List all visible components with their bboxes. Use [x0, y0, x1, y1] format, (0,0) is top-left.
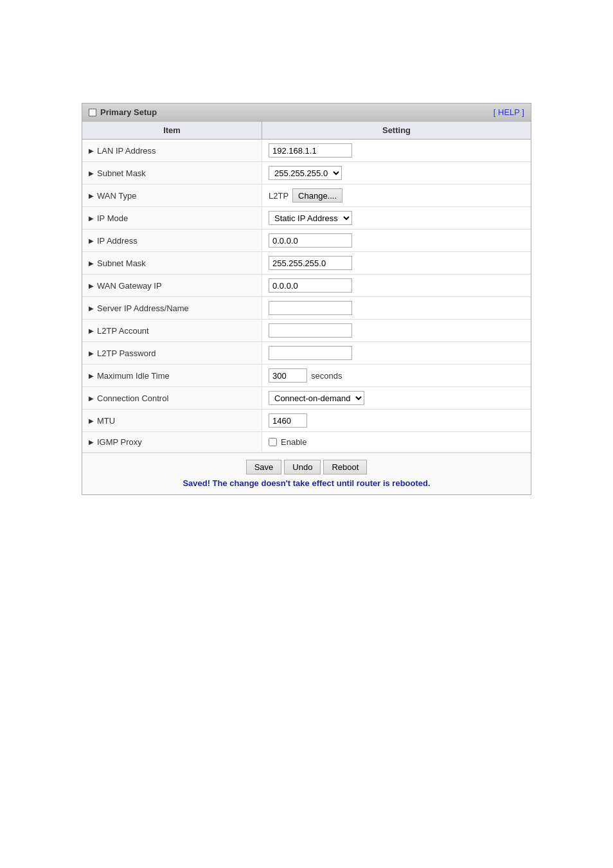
arrow-connection-control: ▶: [89, 395, 94, 402]
label-text-l2tp-account: L2TP Account: [97, 326, 149, 336]
value-ip-address: [262, 230, 531, 251]
arrow-max-idle-time: ▶: [89, 372, 94, 379]
value-mtu: [262, 410, 531, 431]
label-text-max-idle-time: Maximum Idle Time: [97, 371, 170, 381]
label-text-l2tp-password: L2TP Password: [97, 348, 156, 358]
input-lan-ip-address[interactable]: [269, 143, 352, 158]
input-l2tp-account[interactable]: [269, 323, 352, 338]
label-text-wan-type: WAN Type: [97, 191, 136, 201]
row-lan-ip-address: ▶ LAN IP Address: [82, 140, 531, 162]
label-text-lan-ip-address: LAN IP Address: [97, 146, 156, 156]
panel-title: Primary Setup: [89, 107, 157, 117]
label-text-igmp-proxy: IGMP Proxy: [97, 437, 142, 447]
save-button[interactable]: Save: [246, 460, 282, 475]
input-wan-gateway-ip[interactable]: [269, 278, 352, 293]
row-max-idle-time: ▶ Maximum Idle Time seconds: [82, 365, 531, 387]
select-connection-control[interactable]: Connect-on-demand Always-on Manual: [269, 391, 364, 405]
label-subnet-mask: ▶ Subnet Mask: [82, 162, 262, 184]
value-l2tp-password: [262, 342, 531, 364]
value-wan-type: L2TP Change....: [262, 185, 531, 206]
row-wan-type: ▶ WAN Type L2TP Change....: [82, 185, 531, 207]
row-wan-gateway-ip: ▶ WAN Gateway IP: [82, 275, 531, 297]
panel-title-text: Primary Setup: [100, 107, 157, 117]
arrow-wan-type: ▶: [89, 192, 94, 199]
label-lan-ip-address: ▶ LAN IP Address: [82, 140, 262, 161]
arrow-l2tp-account: ▶: [89, 327, 94, 334]
select-ip-mode[interactable]: Static IP Address Dynamic IP: [269, 211, 352, 225]
label-text-ip-address: IP Address: [97, 236, 138, 246]
input-max-idle-time[interactable]: [269, 368, 307, 383]
arrow-server-ip: ▶: [89, 305, 94, 312]
igmp-enable-label: Enable: [281, 437, 306, 447]
label-text-subnet-mask-2: Subnet Mask: [97, 258, 146, 268]
input-l2tp-password[interactable]: [269, 346, 352, 360]
label-text-server-ip: Server IP Address/Name: [97, 303, 189, 313]
arrow-ip-mode: ▶: [89, 215, 94, 222]
panel-header: Primary Setup [ HELP ]: [82, 104, 531, 122]
input-mtu[interactable]: [269, 413, 307, 428]
panel-title-icon: [89, 109, 96, 116]
reboot-button[interactable]: Reboot: [323, 460, 367, 475]
saved-message: Saved! The change doesn't take effect un…: [89, 478, 524, 488]
row-l2tp-account: ▶ L2TP Account: [82, 320, 531, 342]
table-header: Item Setting: [82, 122, 531, 140]
label-mtu: ▶ MTU: [82, 410, 262, 431]
value-igmp-proxy: Enable: [262, 432, 531, 452]
row-connection-control: ▶ Connection Control Connect-on-demand A…: [82, 387, 531, 410]
value-wan-gateway-ip: [262, 275, 531, 296]
value-ip-mode: Static IP Address Dynamic IP: [262, 207, 531, 229]
value-subnet-mask-2: [262, 252, 531, 274]
label-text-connection-control: Connection Control: [97, 393, 168, 403]
row-igmp-proxy: ▶ IGMP Proxy Enable: [82, 432, 531, 453]
input-ip-address[interactable]: [269, 233, 352, 248]
help-link[interactable]: [ HELP ]: [493, 107, 524, 117]
row-mtu: ▶ MTU: [82, 410, 531, 432]
arrow-igmp-proxy: ▶: [89, 439, 94, 446]
label-wan-type: ▶ WAN Type: [82, 185, 262, 206]
row-l2tp-password: ▶ L2TP Password: [82, 342, 531, 365]
row-ip-mode: ▶ IP Mode Static IP Address Dynamic IP: [82, 207, 531, 230]
value-lan-ip-address: [262, 140, 531, 161]
label-text-ip-mode: IP Mode: [97, 213, 128, 223]
input-subnet-mask-2[interactable]: [269, 256, 352, 270]
footer: Save Undo Reboot Saved! The change doesn…: [82, 453, 531, 494]
label-subnet-mask-2: ▶ Subnet Mask: [82, 252, 262, 274]
arrow-ip-address: ▶: [89, 237, 94, 244]
input-server-ip[interactable]: [269, 301, 352, 315]
checkbox-igmp-enable[interactable]: [269, 438, 277, 446]
col-header-setting: Setting: [262, 122, 531, 139]
wan-type-display: L2TP: [269, 191, 289, 201]
label-wan-gateway-ip: ▶ WAN Gateway IP: [82, 275, 262, 296]
row-ip-address: ▶ IP Address: [82, 230, 531, 252]
page-wrapper: Primary Setup [ HELP ] Item Setting ▶ LA…: [82, 103, 531, 495]
value-l2tp-account: [262, 320, 531, 341]
select-subnet-mask[interactable]: 255.255.255.0: [269, 166, 342, 180]
primary-setup-panel: Primary Setup [ HELP ] Item Setting ▶ LA…: [82, 103, 531, 495]
value-connection-control: Connect-on-demand Always-on Manual: [262, 387, 531, 409]
arrow-wan-gateway-ip: ▶: [89, 282, 94, 289]
footer-buttons: Save Undo Reboot: [89, 460, 524, 475]
col-header-item: Item: [82, 122, 262, 139]
label-max-idle-time: ▶ Maximum Idle Time: [82, 365, 262, 386]
label-text-mtu: MTU: [97, 416, 115, 426]
arrow-mtu: ▶: [89, 417, 94, 424]
arrow-subnet-mask: ▶: [89, 170, 94, 177]
label-l2tp-account: ▶ L2TP Account: [82, 320, 262, 341]
undo-button[interactable]: Undo: [284, 460, 321, 475]
arrow-lan-ip-address: ▶: [89, 147, 94, 154]
label-ip-mode: ▶ IP Mode: [82, 207, 262, 229]
label-text-wan-gateway-ip: WAN Gateway IP: [97, 281, 162, 291]
row-subnet-mask-2: ▶ Subnet Mask: [82, 252, 531, 275]
arrow-l2tp-password: ▶: [89, 350, 94, 357]
label-l2tp-password: ▶ L2TP Password: [82, 342, 262, 364]
arrow-subnet-mask-2: ▶: [89, 260, 94, 267]
value-max-idle-time: seconds: [262, 365, 531, 386]
value-server-ip: [262, 297, 531, 319]
value-subnet-mask: 255.255.255.0: [262, 162, 531, 184]
change-wan-type-button[interactable]: Change....: [292, 188, 342, 203]
label-ip-address: ▶ IP Address: [82, 230, 262, 251]
label-igmp-proxy: ▶ IGMP Proxy: [82, 432, 262, 452]
unit-seconds: seconds: [311, 371, 342, 381]
row-subnet-mask: ▶ Subnet Mask 255.255.255.0: [82, 162, 531, 185]
label-connection-control: ▶ Connection Control: [82, 387, 262, 409]
